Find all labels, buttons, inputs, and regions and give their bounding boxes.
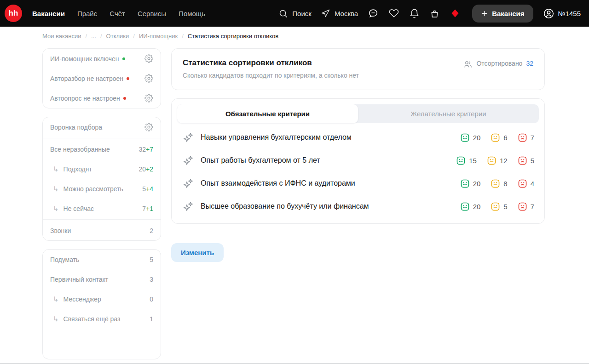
smile-neutral-icon xyxy=(491,179,500,188)
stage-row-count: 5 xyxy=(150,256,153,263)
gear-icon[interactable] xyxy=(144,94,153,102)
sub-level-arrow-icon: ↳ xyxy=(53,165,59,173)
account-menu[interactable]: №1455 xyxy=(543,8,581,19)
ai-assistant-status-label: ИИ-помощник включен xyxy=(50,55,119,63)
add-vacancy-button[interactable]: Вакансия xyxy=(472,5,533,23)
nav-item-price[interactable]: Прайс xyxy=(77,10,97,17)
hh-logo[interactable]: hh xyxy=(5,5,22,22)
auto-survey-status-row[interactable]: Автоопрос не настроен xyxy=(43,88,161,108)
sorted-count-link[interactable]: 32 xyxy=(526,60,533,67)
bad-count: 7 xyxy=(518,202,534,211)
criteria-card: Обязательные критерии Желательные критер… xyxy=(171,98,545,224)
breadcrumb-my-vacancies[interactable]: Мои вакансии xyxy=(42,33,81,40)
divider xyxy=(43,138,161,138)
funnel-row-calls[interactable]: Звонки 2 xyxy=(43,221,161,240)
funnel-row-suitable[interactable]: ↳ Подходят 20+2 xyxy=(43,159,161,179)
good-count: 20 xyxy=(461,202,481,211)
criteria-row: Опыт работы бухгалтером от 5 лет 15 12 xyxy=(180,149,537,172)
search-label: Поиск xyxy=(292,10,312,17)
breadcrumb-current: Статистика сортировки откликов xyxy=(188,33,278,40)
premium-diamond-icon[interactable] xyxy=(450,8,461,19)
sorted-label: Отсортировано xyxy=(476,60,522,67)
divider xyxy=(43,219,161,220)
criteria-row: Опыт взаимодействия с ИФНС и аудиторами … xyxy=(180,172,537,195)
funnel-row-unsorted[interactable]: Все неразобранные 32+7 xyxy=(43,139,161,159)
tab-desired-criteria[interactable]: Желательные критерии xyxy=(358,104,539,123)
status-dot-red xyxy=(123,97,126,100)
gear-icon[interactable] xyxy=(144,74,153,83)
ai-sparkles-icon xyxy=(183,178,194,189)
smile-neutral-icon xyxy=(491,202,500,211)
gear-icon[interactable] xyxy=(144,54,153,63)
stage-row-label: Мессенджер xyxy=(64,296,101,303)
cart-icon[interactable] xyxy=(429,8,440,19)
notifications-bell-icon[interactable] xyxy=(409,8,420,19)
breadcrumb-responses[interactable]: Отклики xyxy=(106,33,129,40)
stage-row-messenger[interactable]: ↳ Мессенджер 0 xyxy=(43,289,161,309)
top-navigation-bar: hh Вакансии Прайс Счёт Сервисы Помощь По… xyxy=(0,0,589,27)
funnel-row-label: Можно рассмотреть xyxy=(64,185,123,193)
tab-required-criteria[interactable]: Обязательные критерии xyxy=(177,104,358,123)
stage-row-first-contact[interactable]: Первичный контакт 3 xyxy=(43,269,161,289)
status-dot-red xyxy=(127,77,129,80)
funnel-row-count: 32 xyxy=(139,146,146,153)
auto-survey-status-label: Автоопрос не настроен xyxy=(50,95,120,102)
funnel-row-label: Звонки xyxy=(50,227,71,234)
stage-row-count: 1 xyxy=(150,315,153,323)
good-count: 15 xyxy=(456,156,477,165)
criteria-label: Высшее образование по бухучёту или финан… xyxy=(201,202,369,210)
plus-icon xyxy=(481,10,488,17)
add-vacancy-label: Вакансия xyxy=(492,10,524,17)
gear-icon[interactable] xyxy=(144,123,153,131)
search-icon xyxy=(278,9,288,18)
smile-good-icon xyxy=(461,133,469,142)
criteria-label: Навыки управления бухгалтерским отделом xyxy=(201,133,352,142)
nav-item-help[interactable]: Помощь xyxy=(179,10,205,17)
nav-item-services[interactable]: Сервисы xyxy=(138,10,166,17)
breadcrumb-ai-assistant[interactable]: ИИ-помощник xyxy=(139,33,178,40)
sidebar: ИИ-помощник включен Авторазбор не настро… xyxy=(42,48,161,359)
smile-bad-icon xyxy=(518,156,527,165)
stage-row-count: 0 xyxy=(150,296,153,303)
funnel-row-count: 5 xyxy=(142,185,146,193)
nav-item-vacancies[interactable]: Вакансии xyxy=(32,10,65,17)
breadcrumb-ellipsis[interactable]: ... xyxy=(91,33,96,40)
ai-assistant-status-row[interactable]: ИИ-помощник включен xyxy=(43,49,161,68)
breadcrumb-separator: / xyxy=(100,33,102,40)
funnel-row-not-now[interactable]: ↳ Не сейчас 7+1 xyxy=(43,199,161,218)
neutral-count: 6 xyxy=(491,133,507,142)
stage-row-contact-again[interactable]: ↳ Связаться ещё раз 1 xyxy=(43,309,161,329)
smile-good-icon xyxy=(461,179,469,188)
favorites-heart-icon[interactable] xyxy=(388,8,399,19)
search-button[interactable]: Поиск xyxy=(278,9,312,18)
criteria-list: Навыки управления бухгалтерским отделом … xyxy=(177,123,539,218)
city-label: Москва xyxy=(335,10,358,17)
auto-screening-status-row[interactable]: Авторазбор не настроен xyxy=(43,68,161,88)
sub-level-arrow-icon: ↳ xyxy=(53,295,59,303)
auto-screening-status-label: Авторазбор не настроен xyxy=(50,75,123,82)
nav-item-account[interactable]: Счёт xyxy=(110,10,125,17)
main-content: Статистика сортировки откликов Сколько к… xyxy=(171,48,545,262)
sub-level-arrow-icon: ↳ xyxy=(53,315,59,323)
city-selector[interactable]: Москва xyxy=(321,9,358,18)
stage-row-label: Связаться ещё раз xyxy=(64,315,121,323)
funnel-row-count: 20 xyxy=(139,165,146,173)
breadcrumb-separator: / xyxy=(133,33,135,40)
chat-icon[interactable] xyxy=(368,8,379,19)
smile-good-icon xyxy=(456,156,465,165)
account-number: №1455 xyxy=(558,10,581,17)
stage-row-label: Первичный контакт xyxy=(50,276,108,283)
ai-sparkles-icon xyxy=(183,201,194,212)
funnel-card: Воронка подбора Все неразобранные 32+7 ↳… xyxy=(42,117,161,241)
funnel-row-label: Не сейчас xyxy=(64,205,94,212)
funnel-row-new-count: +2 xyxy=(146,165,153,173)
stage-row-think[interactable]: Подумать 5 xyxy=(43,250,161,269)
funnel-row-new-count: +1 xyxy=(146,205,153,212)
criteria-row: Высшее образование по бухучёту или финан… xyxy=(180,195,537,218)
neutral-count: 5 xyxy=(491,202,507,211)
funnel-row-consider[interactable]: ↳ Можно рассмотреть 5+4 xyxy=(43,179,161,199)
good-count: 20 xyxy=(461,179,481,188)
location-icon xyxy=(321,9,330,18)
breadcrumb-separator: / xyxy=(85,33,87,40)
edit-criteria-button[interactable]: Изменить xyxy=(171,243,224,262)
